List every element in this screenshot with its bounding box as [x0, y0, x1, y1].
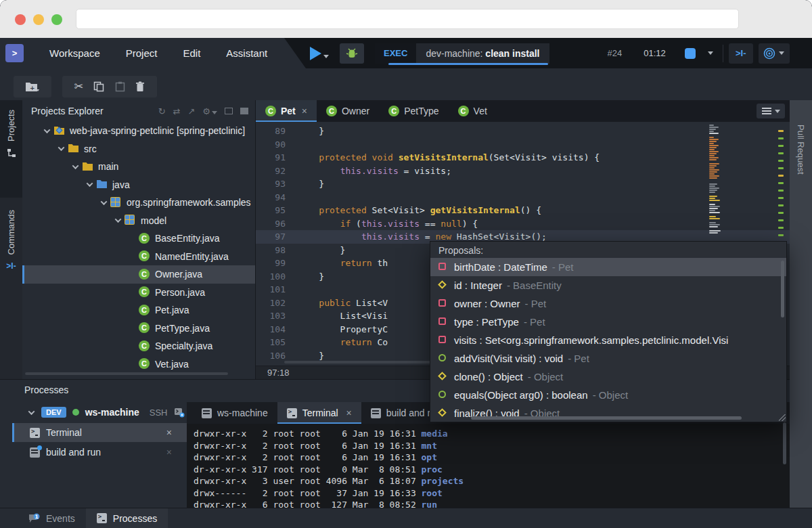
exec-command-widget[interactable]: EXEC dev-machine: clean install: [375, 43, 549, 64]
editor-tab-pettype[interactable]: CPetType: [379, 100, 448, 122]
tab-processes[interactable]: Processes: [86, 508, 168, 528]
exec-command-text: dev-machine: clean install: [416, 48, 549, 59]
machine-row[interactable]: DEV ws-machine SSH: [0, 402, 187, 422]
delete-button[interactable]: [135, 81, 145, 92]
minimize-panel-icon[interactable]: [225, 108, 233, 114]
menu-item-project[interactable]: Project: [126, 47, 158, 59]
tree-item[interactable]: java: [22, 176, 255, 194]
refresh-icon[interactable]: ↻: [158, 106, 166, 116]
resize-grip[interactable]: [779, 414, 786, 421]
proposal-item[interactable]: birthDate : DateTime- Pet: [430, 258, 786, 276]
tree-item[interactable]: CPetType.java: [22, 320, 255, 338]
new-terminal-icon[interactable]: [174, 408, 185, 418]
class-icon: C: [139, 250, 150, 262]
tree-item[interactable]: main: [22, 158, 255, 176]
proposal-item[interactable]: addVisit(Visit visit) : void- Pet: [430, 349, 786, 368]
chevron-down-icon[interactable]: [54, 146, 68, 151]
nav-toggle-button[interactable]: >: [5, 44, 24, 62]
maximize-window-button[interactable]: [51, 14, 62, 25]
maximize-panel-icon[interactable]: [240, 108, 248, 114]
rail-tab-projects[interactable]: Projects: [0, 100, 22, 198]
proposals-vertical-scrollbar[interactable]: [781, 261, 784, 317]
ssh-label[interactable]: SSH: [150, 408, 168, 418]
close-icon[interactable]: ×: [166, 427, 172, 438]
ide-window: > WorkspaceProjectEditAssistant EXEC: [0, 0, 812, 528]
paste-button[interactable]: [115, 81, 125, 92]
close-icon[interactable]: ×: [166, 447, 172, 458]
proposal-item[interactable]: type : PetType- Pet: [430, 313, 786, 331]
menu-item-assistant[interactable]: Assistant: [226, 47, 267, 59]
chevron-down-icon[interactable]: [111, 218, 125, 223]
chevron-down-icon[interactable]: [27, 410, 35, 415]
proposal-label: id : Integer: [454, 280, 502, 291]
terminal-tab-ws-machine[interactable]: ws-machine: [192, 402, 277, 424]
terminal-output[interactable]: drwxr-xr-x 2 root root 6 Jan 19 16:31 me…: [187, 424, 790, 508]
chevron-down-icon[interactable]: [83, 182, 96, 187]
chevron-down-icon[interactable]: [40, 129, 53, 133]
tree-item[interactable]: CPet.java: [22, 301, 255, 320]
editor-menu-button[interactable]: [757, 104, 785, 118]
tree-item[interactable]: src: [22, 140, 255, 158]
line-number: 93: [256, 177, 298, 191]
tree-item[interactable]: COwner.java: [22, 265, 255, 284]
tree-item[interactable]: CNamedEntity.java: [22, 248, 255, 266]
tree-item[interactable]: CPerson.java: [22, 284, 255, 302]
minimap-line: [709, 173, 715, 175]
rail-tab-pull-request[interactable]: Pull Request: [796, 125, 806, 175]
proposal-item[interactable]: clone() : Object- Object: [430, 368, 786, 386]
close-icon[interactable]: ×: [302, 106, 307, 116]
explorer-horizontal-scrollbar[interactable]: [25, 372, 228, 375]
tree-item[interactable]: CSpecialty.java: [22, 337, 255, 355]
rail-tab-commands[interactable]: Commands >I-: [0, 203, 22, 291]
divider: [723, 45, 723, 62]
target-button[interactable]: [759, 43, 790, 64]
class-icon: C: [458, 106, 469, 116]
proposal-item[interactable]: visits : Set<org.springframework.samples…: [430, 331, 786, 349]
proposal-item[interactable]: id : Integer- BaseEntity: [430, 276, 786, 294]
copy-button[interactable]: [93, 81, 104, 92]
annotation-ruler[interactable]: [778, 130, 784, 242]
process-list-caret-icon[interactable]: [708, 51, 713, 55]
menu-item-edit[interactable]: Edit: [183, 47, 200, 59]
tree-item[interactable]: org.springframework.samples: [22, 194, 255, 212]
debug-button[interactable]: [340, 43, 364, 64]
chevron-down-icon[interactable]: [97, 200, 110, 205]
terminal-tab-Terminal[interactable]: Terminal×: [277, 402, 361, 424]
close-icon[interactable]: ×: [346, 408, 352, 418]
proposals-horizontal-scrollbar[interactable]: [471, 416, 742, 420]
import-export-icon[interactable]: ⇄: [173, 106, 181, 116]
minimap[interactable]: [709, 125, 721, 234]
class-icon: C: [139, 233, 150, 244]
menu-item-workspace[interactable]: Workspace: [49, 47, 100, 59]
line-number: 95: [256, 204, 298, 217]
tree-item[interactable]: web-java-spring-petclinic [spring-petcli…: [22, 122, 255, 140]
line-number: 103: [256, 309, 298, 323]
tree-item[interactable]: model: [22, 212, 255, 230]
proposal-item[interactable]: equals(Object arg0) : boolean- Object: [430, 386, 786, 404]
run-button[interactable]: [310, 47, 329, 60]
editor-tab-pet[interactable]: CPet×: [256, 100, 317, 122]
settings-menu[interactable]: ⚙: [202, 106, 217, 116]
process-item-build-and-run[interactable]: build and run×: [12, 443, 187, 462]
proposal-item[interactable]: owner : Owner- Pet: [430, 294, 786, 313]
url-bar[interactable]: [76, 9, 739, 29]
tree-item[interactable]: CVet.java: [22, 355, 255, 374]
go-into-icon[interactable]: ↗: [187, 106, 195, 116]
chevron-down-icon[interactable]: [68, 164, 82, 169]
stop-button[interactable]: [685, 48, 696, 59]
close-window-button[interactable]: [15, 14, 26, 25]
machine-perspective-button[interactable]: >I-: [729, 43, 753, 64]
editor-tab-label: PetType: [404, 106, 438, 116]
cut-button[interactable]: ✂: [74, 81, 83, 92]
package-icon: [125, 215, 135, 225]
minimize-window-button[interactable]: [33, 14, 44, 25]
editor-tab-vet[interactable]: CVet: [449, 100, 497, 122]
tab-events[interactable]: 1 Events: [18, 508, 86, 528]
import-project-button[interactable]: +: [14, 76, 51, 97]
process-item-Terminal[interactable]: Terminal×: [12, 423, 187, 442]
tree-item[interactable]: CBaseEntity.java: [22, 229, 255, 248]
terminal-line: drwxr-xr-x 6 root root 127 Mar 8 08:52 r…: [194, 499, 790, 508]
terminal-scrollbar[interactable]: [783, 422, 786, 464]
editor-tab-owner[interactable]: COwner: [317, 100, 379, 122]
class-icon: C: [139, 286, 150, 297]
